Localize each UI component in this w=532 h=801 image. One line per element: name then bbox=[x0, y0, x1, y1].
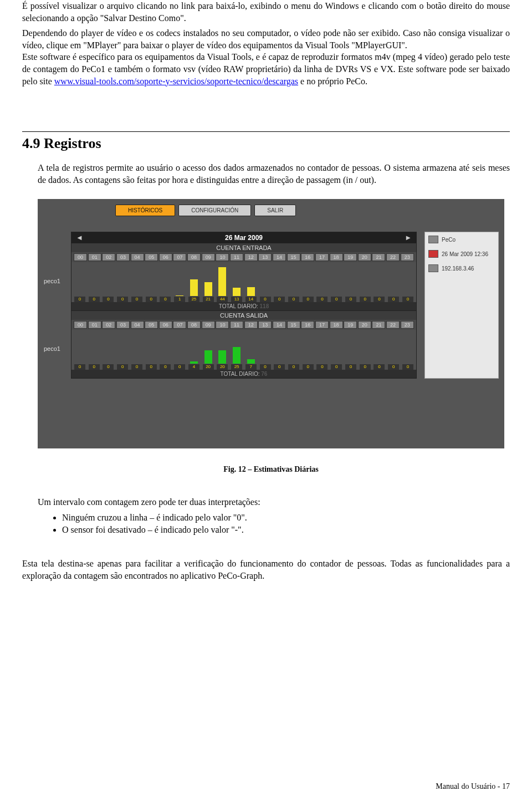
bar-slot: 0 bbox=[345, 262, 357, 302]
tab-salir[interactable]: SALIR bbox=[254, 205, 296, 216]
bar-value: 0 bbox=[146, 364, 157, 370]
hour-cell: 22 bbox=[386, 321, 400, 329]
bar-value: 20 bbox=[217, 364, 228, 370]
hour-cell: 05 bbox=[145, 321, 158, 329]
bar bbox=[176, 295, 183, 296]
figure-caption: Fig. 12 – Estimativas Diárias bbox=[38, 465, 504, 474]
hour-cell: 08 bbox=[187, 253, 201, 261]
hour-cell: 03 bbox=[116, 253, 130, 261]
bar-slot: 14 bbox=[245, 262, 257, 302]
calendar-icon bbox=[428, 250, 438, 258]
bar bbox=[247, 359, 255, 364]
bar-slot: 20 bbox=[202, 330, 214, 370]
date-navigator: ◄ 26 Mar 2009 ► bbox=[71, 232, 416, 243]
hour-cell: 10 bbox=[216, 253, 229, 261]
bar-value: 0 bbox=[331, 364, 342, 370]
hour-cell: 13 bbox=[258, 321, 272, 329]
hour-cell: 19 bbox=[344, 321, 357, 329]
tab-historicos[interactable]: HISTÓRICOS bbox=[115, 205, 175, 216]
panel-datetime-row: 26 Mar 2009 12:36 bbox=[428, 250, 495, 258]
bar-value: 0 bbox=[402, 297, 413, 302]
hour-cell: 08 bbox=[187, 321, 201, 329]
bar bbox=[204, 350, 212, 364]
bar-slot: 0 bbox=[373, 262, 385, 302]
bar-value: 0 bbox=[345, 364, 356, 370]
bar-slot: 0 bbox=[131, 262, 143, 302]
app-window: HISTÓRICOS CONFIGURACIÓN SALIR ◄ 26 Mar … bbox=[38, 199, 504, 448]
hour-cell: 07 bbox=[173, 321, 186, 329]
salida-title: CUENTA SALIDA bbox=[71, 310, 416, 320]
paragraph-2c: e no próprio PeCo. bbox=[298, 76, 367, 86]
bar-value: 0 bbox=[131, 364, 142, 370]
hour-cell: 00 bbox=[74, 253, 87, 261]
bar-value: 0 bbox=[117, 297, 128, 302]
hour-cell: 15 bbox=[287, 253, 300, 261]
bar-slot: 0 bbox=[316, 262, 328, 302]
hour-cell: 20 bbox=[358, 321, 371, 329]
bar-value: 1 bbox=[174, 297, 185, 302]
bar-slot: 0 bbox=[102, 262, 114, 302]
paragraph-4: Um intervalo com contagem zero pode ter … bbox=[38, 496, 510, 508]
bar bbox=[218, 267, 226, 297]
salida-chart: peco1 000000004202025700000000000 bbox=[71, 330, 416, 370]
download-link[interactable]: www.visual-tools.com/soporte-y-servicios… bbox=[54, 76, 298, 86]
hour-cell: 06 bbox=[159, 253, 172, 261]
bar-value: 0 bbox=[360, 297, 371, 302]
bullet-list: Ninguém cruzou a linha – é indicado pelo… bbox=[62, 512, 510, 535]
bar-slot: 0 bbox=[116, 262, 129, 302]
bar-value: 4 bbox=[188, 364, 200, 370]
bar-slot: 0 bbox=[88, 330, 100, 370]
paragraph-2a: Dependendo do player de vídeo e os codec… bbox=[22, 28, 510, 50]
hour-cell: 22 bbox=[386, 253, 400, 261]
bar-slot: 25 bbox=[188, 262, 200, 302]
hour-cell: 23 bbox=[401, 321, 414, 329]
bar-slot: 0 bbox=[359, 262, 371, 302]
bar-value: 0 bbox=[160, 297, 171, 302]
bar-slot: 0 bbox=[88, 262, 100, 302]
bar-value: 25 bbox=[231, 364, 242, 370]
bar-slot: 0 bbox=[74, 330, 86, 370]
salida-device-label: peco1 bbox=[44, 345, 60, 352]
hour-cell: 09 bbox=[202, 321, 215, 329]
bar-slot: 0 bbox=[273, 330, 285, 370]
bar-value: 0 bbox=[374, 297, 385, 302]
hour-cell: 11 bbox=[230, 253, 243, 261]
bar bbox=[233, 288, 241, 297]
bar-value: 25 bbox=[188, 297, 200, 302]
bar-value: 44 bbox=[217, 297, 228, 302]
hour-cell: 16 bbox=[301, 321, 314, 329]
paragraph-2: Dependendo do player de vídeo e os codec… bbox=[22, 27, 510, 87]
panel-device-name: PeCo bbox=[442, 237, 456, 243]
bar-slot: 0 bbox=[259, 330, 272, 370]
bar-value: 0 bbox=[360, 364, 371, 370]
bar-value: 13 bbox=[231, 297, 242, 302]
bar-slot: 0 bbox=[330, 330, 342, 370]
bar-slot: 0 bbox=[131, 330, 143, 370]
prev-day-button[interactable]: ◄ bbox=[76, 233, 83, 242]
bar-value: 0 bbox=[402, 364, 413, 370]
paragraph-3: A tela de registros permite ao usuário o… bbox=[38, 162, 510, 186]
bar-slot: 0 bbox=[359, 330, 371, 370]
bar-slot: 20 bbox=[216, 330, 228, 370]
bar-slot: 0 bbox=[288, 262, 300, 302]
bar-value: 0 bbox=[274, 364, 285, 370]
hour-cell: 09 bbox=[202, 253, 215, 261]
panel-ip: 192.168.3.46 bbox=[442, 266, 474, 272]
tab-configuracion[interactable]: CONFIGURACIÓN bbox=[178, 205, 251, 216]
screenshot-figure: HISTÓRICOS CONFIGURACIÓN SALIR ◄ 26 Mar … bbox=[38, 199, 504, 474]
bar-value: 0 bbox=[288, 297, 299, 302]
bar-slot: 25 bbox=[231, 330, 243, 370]
next-day-button[interactable]: ► bbox=[405, 233, 412, 242]
entrada-hours-row: 0001020304050607080910111213141516171819… bbox=[71, 252, 416, 262]
page-footer: Manual do Usuário - 17 bbox=[436, 782, 510, 791]
bullet-2: O sensor foi desativado – é indicado pel… bbox=[62, 524, 510, 536]
panel-device-row: PeCo bbox=[428, 236, 495, 243]
current-date: 26 Mar 2009 bbox=[225, 234, 263, 242]
hour-cell: 07 bbox=[173, 253, 186, 261]
bar bbox=[247, 287, 255, 297]
bar-slot: 0 bbox=[145, 330, 157, 370]
bar-slot: 0 bbox=[402, 262, 414, 302]
bar-value: 0 bbox=[388, 364, 399, 370]
bar-value: 0 bbox=[331, 297, 342, 302]
bar-slot: 0 bbox=[288, 330, 300, 370]
